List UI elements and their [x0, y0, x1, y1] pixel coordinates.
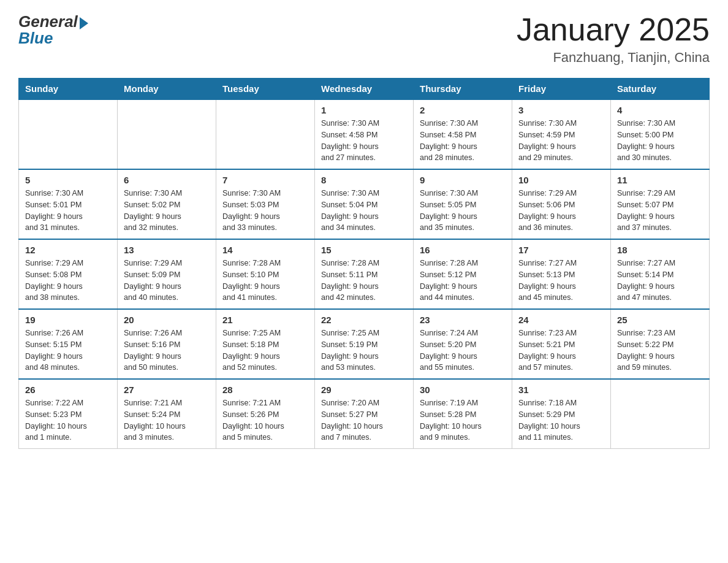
- calendar-cell: 2Sunrise: 7:30 AM Sunset: 4:58 PM Daylig…: [414, 99, 512, 169]
- day-info: Sunrise: 7:30 AM Sunset: 4:59 PM Dayligh…: [518, 118, 604, 164]
- calendar-cell: 9Sunrise: 7:30 AM Sunset: 5:05 PM Daylig…: [414, 169, 512, 239]
- day-info: Sunrise: 7:23 AM Sunset: 5:22 PM Dayligh…: [617, 327, 703, 373]
- calendar-cell: 24Sunrise: 7:23 AM Sunset: 5:21 PM Dayli…: [512, 309, 611, 379]
- day-number: 27: [124, 385, 210, 395]
- calendar-cell: [19, 99, 118, 169]
- day-info: Sunrise: 7:28 AM Sunset: 5:12 PM Dayligh…: [420, 258, 506, 304]
- calendar-cell: 31Sunrise: 7:18 AM Sunset: 5:29 PM Dayli…: [512, 379, 611, 449]
- calendar-location: Fanzhuang, Tianjin, China: [517, 50, 710, 66]
- day-number: 22: [321, 315, 407, 325]
- logo-arrow-icon: [80, 17, 88, 29]
- day-number: 2: [420, 105, 506, 115]
- day-number: 24: [518, 315, 604, 325]
- day-header-thursday: Thursday: [414, 79, 512, 100]
- day-number: 14: [222, 245, 308, 255]
- calendar-cell: [118, 99, 216, 169]
- calendar-cell: 6Sunrise: 7:30 AM Sunset: 5:02 PM Daylig…: [118, 169, 216, 239]
- day-number: 26: [25, 385, 111, 395]
- day-number: 5: [25, 175, 111, 185]
- day-number: 18: [617, 245, 703, 255]
- day-info: Sunrise: 7:21 AM Sunset: 5:24 PM Dayligh…: [124, 397, 210, 443]
- day-info: Sunrise: 7:19 AM Sunset: 5:28 PM Dayligh…: [420, 397, 506, 443]
- calendar-cell: 10Sunrise: 7:29 AM Sunset: 5:06 PM Dayli…: [512, 169, 611, 239]
- page-header: General Blue January 2025 Fanzhuang, Tia…: [18, 12, 710, 66]
- day-info: Sunrise: 7:28 AM Sunset: 5:11 PM Dayligh…: [321, 258, 407, 304]
- calendar-cell: 13Sunrise: 7:29 AM Sunset: 5:09 PM Dayli…: [118, 239, 216, 309]
- day-info: Sunrise: 7:29 AM Sunset: 5:09 PM Dayligh…: [124, 258, 210, 304]
- title-block: January 2025 Fanzhuang, Tianjin, China: [517, 12, 710, 66]
- calendar-cell: 30Sunrise: 7:19 AM Sunset: 5:28 PM Dayli…: [414, 379, 512, 449]
- calendar-cell: 26Sunrise: 7:22 AM Sunset: 5:23 PM Dayli…: [19, 379, 118, 449]
- day-header-monday: Monday: [118, 79, 216, 100]
- calendar-cell: 8Sunrise: 7:30 AM Sunset: 5:04 PM Daylig…: [315, 169, 414, 239]
- day-info: Sunrise: 7:18 AM Sunset: 5:29 PM Dayligh…: [518, 397, 604, 443]
- calendar-cell: 17Sunrise: 7:27 AM Sunset: 5:13 PM Dayli…: [512, 239, 611, 309]
- calendar-cell: 15Sunrise: 7:28 AM Sunset: 5:11 PM Dayli…: [315, 239, 414, 309]
- day-header-saturday: Saturday: [611, 79, 710, 100]
- day-number: 11: [617, 175, 703, 185]
- day-info: Sunrise: 7:20 AM Sunset: 5:27 PM Dayligh…: [321, 397, 407, 443]
- day-info: Sunrise: 7:30 AM Sunset: 5:00 PM Dayligh…: [617, 118, 703, 164]
- calendar-cell: 18Sunrise: 7:27 AM Sunset: 5:14 PM Dayli…: [611, 239, 710, 309]
- day-number: 10: [518, 175, 604, 185]
- day-number: 28: [222, 385, 308, 395]
- day-number: 3: [518, 105, 604, 115]
- calendar-cell: 29Sunrise: 7:20 AM Sunset: 5:27 PM Dayli…: [315, 379, 414, 449]
- calendar-cell: 7Sunrise: 7:30 AM Sunset: 5:03 PM Daylig…: [216, 169, 315, 239]
- day-info: Sunrise: 7:26 AM Sunset: 5:15 PM Dayligh…: [25, 327, 111, 373]
- day-number: 20: [124, 315, 210, 325]
- day-number: 23: [420, 315, 506, 325]
- day-number: 7: [222, 175, 308, 185]
- day-number: 4: [617, 105, 703, 115]
- day-number: 30: [420, 385, 506, 395]
- calendar-cell: 14Sunrise: 7:28 AM Sunset: 5:10 PM Dayli…: [216, 239, 315, 309]
- calendar-cell: 25Sunrise: 7:23 AM Sunset: 5:22 PM Dayli…: [611, 309, 710, 379]
- calendar-cell: 22Sunrise: 7:25 AM Sunset: 5:19 PM Dayli…: [315, 309, 414, 379]
- logo-blue-text: Blue: [18, 29, 53, 48]
- calendar-cell: 27Sunrise: 7:21 AM Sunset: 5:24 PM Dayli…: [118, 379, 216, 449]
- calendar-cell: 21Sunrise: 7:25 AM Sunset: 5:18 PM Dayli…: [216, 309, 315, 379]
- day-info: Sunrise: 7:30 AM Sunset: 4:58 PM Dayligh…: [420, 118, 506, 164]
- day-number: 12: [25, 245, 111, 255]
- day-number: 13: [124, 245, 210, 255]
- day-number: 1: [321, 105, 407, 115]
- calendar-cell: [216, 99, 315, 169]
- day-header-wednesday: Wednesday: [315, 79, 414, 100]
- day-info: Sunrise: 7:23 AM Sunset: 5:21 PM Dayligh…: [518, 327, 604, 373]
- calendar-cell: 1Sunrise: 7:30 AM Sunset: 4:58 PM Daylig…: [315, 99, 414, 169]
- day-info: Sunrise: 7:30 AM Sunset: 5:01 PM Dayligh…: [25, 188, 111, 234]
- day-info: Sunrise: 7:30 AM Sunset: 5:03 PM Dayligh…: [222, 188, 308, 234]
- day-info: Sunrise: 7:29 AM Sunset: 5:06 PM Dayligh…: [518, 188, 604, 234]
- day-header-tuesday: Tuesday: [216, 79, 315, 100]
- day-info: Sunrise: 7:27 AM Sunset: 5:13 PM Dayligh…: [518, 258, 604, 304]
- calendar-cell: 5Sunrise: 7:30 AM Sunset: 5:01 PM Daylig…: [19, 169, 118, 239]
- day-number: 29: [321, 385, 407, 395]
- day-header-friday: Friday: [512, 79, 611, 100]
- day-info: Sunrise: 7:24 AM Sunset: 5:20 PM Dayligh…: [420, 327, 506, 373]
- calendar-cell: 12Sunrise: 7:29 AM Sunset: 5:08 PM Dayli…: [19, 239, 118, 309]
- day-number: 16: [420, 245, 506, 255]
- day-number: 15: [321, 245, 407, 255]
- calendar-cell: 4Sunrise: 7:30 AM Sunset: 5:00 PM Daylig…: [611, 99, 710, 169]
- day-info: Sunrise: 7:27 AM Sunset: 5:14 PM Dayligh…: [617, 258, 703, 304]
- day-info: Sunrise: 7:30 AM Sunset: 5:02 PM Dayligh…: [124, 188, 210, 234]
- calendar-title: January 2025: [517, 12, 710, 47]
- day-info: Sunrise: 7:26 AM Sunset: 5:16 PM Dayligh…: [124, 327, 210, 373]
- day-number: 25: [617, 315, 703, 325]
- day-info: Sunrise: 7:29 AM Sunset: 5:07 PM Dayligh…: [617, 188, 703, 234]
- day-info: Sunrise: 7:28 AM Sunset: 5:10 PM Dayligh…: [222, 258, 308, 304]
- calendar-cell: [611, 379, 710, 449]
- day-number: 19: [25, 315, 111, 325]
- day-number: 6: [124, 175, 210, 185]
- calendar-cell: 23Sunrise: 7:24 AM Sunset: 5:20 PM Dayli…: [414, 309, 512, 379]
- day-number: 17: [518, 245, 604, 255]
- calendar-cell: 20Sunrise: 7:26 AM Sunset: 5:16 PM Dayli…: [118, 309, 216, 379]
- day-info: Sunrise: 7:22 AM Sunset: 5:23 PM Dayligh…: [25, 397, 111, 443]
- day-info: Sunrise: 7:25 AM Sunset: 5:18 PM Dayligh…: [222, 327, 308, 373]
- day-header-sunday: Sunday: [19, 79, 118, 100]
- day-number: 21: [222, 315, 308, 325]
- day-number: 9: [420, 175, 506, 185]
- day-info: Sunrise: 7:29 AM Sunset: 5:08 PM Dayligh…: [25, 258, 111, 304]
- calendar-cell: 11Sunrise: 7:29 AM Sunset: 5:07 PM Dayli…: [611, 169, 710, 239]
- day-info: Sunrise: 7:30 AM Sunset: 5:05 PM Dayligh…: [420, 188, 506, 234]
